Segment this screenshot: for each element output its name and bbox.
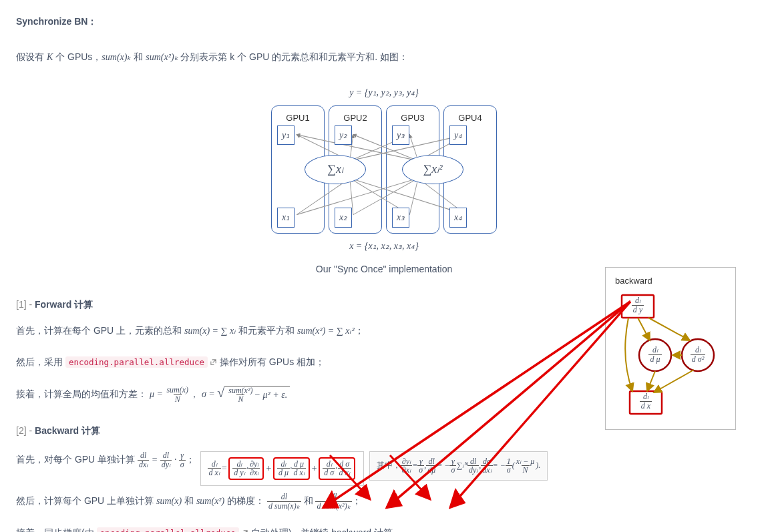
external-link-icon xyxy=(210,354,217,362)
math-sumxk: sum(x)ₖ xyxy=(102,52,131,62)
diagram-caption: Our "Sync Once" implementation xyxy=(316,261,452,278)
backward-title: backward xyxy=(615,273,726,288)
where-box: 其中， ∂yᵢ∂xᵢ = γσ, dldμ = −γσ ∑ᵢᴺ dldyᵢ, d… xyxy=(369,451,548,481)
gpu-box-2: GPU2 y₂ x₂ xyxy=(329,105,382,234)
y-var: y₃ xyxy=(392,125,409,145)
overlay-zone: backward dₗd y dₗd μ dₗd σ² dₗd x [1] - … xyxy=(16,296,752,532)
external-link-icon xyxy=(241,525,248,532)
term-dsigma: dₗd σ · d σd xᵢ xyxy=(319,457,355,480)
gpu-box-4: GPU4 y₄ x₄ xyxy=(443,105,497,234)
sync-diagram: y = {y₁, y₂, y₃, y₄} GPU1 y₁ x₁ xyxy=(16,80,752,278)
allreduce-link-2[interactable]: encoding.parallel.allreduce xyxy=(97,527,239,532)
term-dmu: dₗd μ · d μd xᵢ xyxy=(273,457,310,480)
x-var: x₃ xyxy=(392,208,409,227)
allreduce-link[interactable]: encoding.parallel.allreduce xyxy=(65,356,208,368)
math-K: K xyxy=(47,52,53,62)
y-var: y₁ xyxy=(277,125,295,145)
backward-step1-row: 首先，对每个 GPU 单独计算 dldxᵢ = dldyᵢ · γσ； dₗd … xyxy=(16,451,752,486)
chain-rule-box: dₗd xᵢ = dₗd yᵢ · ∂yᵢ∂xᵢ + dₗd μ · d μd … xyxy=(200,451,364,486)
term-dy: dₗd yᵢ · ∂yᵢ∂xᵢ xyxy=(228,457,264,480)
x-var: x₄ xyxy=(449,208,467,227)
gpu-row: GPU1 y₁ x₁ GPU2 y₂ x₂ GPU3 y₃ x₃ GPU4 y₄… xyxy=(271,105,497,234)
gpu-title: GPU1 xyxy=(286,110,309,125)
y-var: y₂ xyxy=(335,125,352,145)
gpu-title: GPU2 xyxy=(343,110,367,125)
x-var: x₁ xyxy=(277,208,295,227)
backward-step2: 然后，计算每个 GPU 上单独计算 sum(x) 和 sum(x²) 的梯度： … xyxy=(16,493,752,510)
backward-panel: backward dₗd y dₗd μ dₗd σ² dₗd x xyxy=(605,267,736,430)
backward-step3: 接着，同步梯度(由 encoding.parallel.allreduce 自动… xyxy=(16,525,752,532)
y-var: y₄ xyxy=(449,125,467,145)
backward-step1: 首先，对每个 GPU 单独计算 dldxᵢ = dldyᵢ · γσ； xyxy=(16,451,195,469)
x-set-label: x = {x₁, x₂, x₃, x₄} xyxy=(349,238,419,254)
text: 分别表示第 k 个 GPU 的元素总和和元素平方和. 如图： xyxy=(178,51,409,62)
text: 和 xyxy=(131,51,146,62)
section-heading: Synchronize BN： xyxy=(16,13,752,30)
x-var: x₂ xyxy=(335,208,352,227)
math-sumx2k: sum(x²)ₖ xyxy=(146,52,178,62)
text: 个 GPUs， xyxy=(53,51,102,62)
gpu-title: GPU3 xyxy=(401,110,424,125)
intro-paragraph: 假设有 K 个 GPUs，sum(x)ₖ 和 sum(x²)ₖ 分别表示第 k … xyxy=(16,49,752,65)
gpu-box-1: GPU1 y₁ x₁ xyxy=(271,105,325,234)
text: 假设有 xyxy=(16,51,47,62)
y-set-label: y = {y₁, y₂, y₃, y₄} xyxy=(349,84,419,101)
gpu-title: GPU4 xyxy=(458,110,482,125)
gpu-box-3: GPU3 y₃ x₃ xyxy=(386,105,439,234)
